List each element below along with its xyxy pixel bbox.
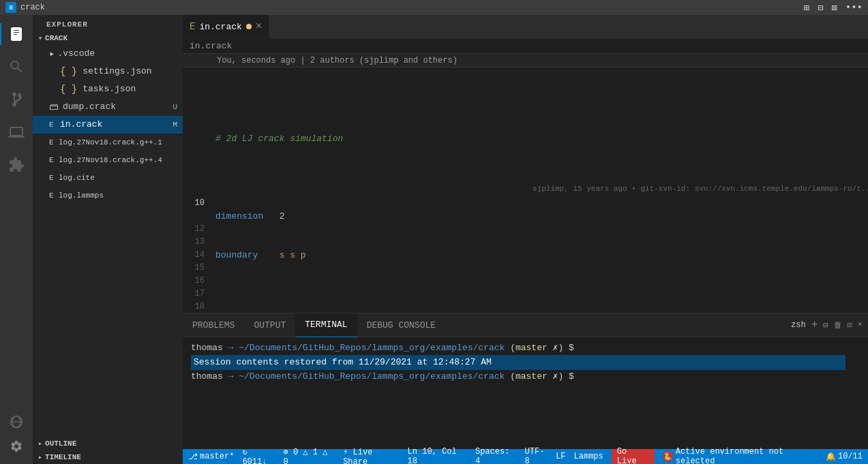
blame-tooltip: sjplimp, 15 years ago • git-svn-id: svn:… <box>527 183 868 194</box>
timeline-section-header[interactable]: ▸ TIMELINE <box>33 450 183 464</box>
activity-icon-explorer[interactable] <box>0 18 33 50</box>
explorer-item-vscode[interactable]: ▸ .vscode <box>33 45 183 63</box>
tab-debug-console[interactable]: DEBUG CONSOLE <box>357 313 445 337</box>
tab-terminal[interactable]: TERMINAL <box>295 313 357 337</box>
activity-icon-run[interactable] <box>0 116 33 149</box>
line-numbers: 10 12 13 14 15 16 17 18 19 20 21 22 23 2… <box>183 67 210 313</box>
terminal-tabs-bar: PROBLEMS OUTPUT TERMINAL DEBUG CONSOLE z… <box>183 313 868 337</box>
encoding-item[interactable]: UTF-8 <box>525 447 548 464</box>
explorer-item-in-crack[interactable]: E in.crack M <box>33 116 183 134</box>
explorer-section-header[interactable]: ▾ CRACK <box>33 31 183 45</box>
sidebar: Explorer ▾ CRACK ▸ .vscode { } settings.… <box>33 15 183 464</box>
terminal-split-icon[interactable]: ⊟ <box>823 320 828 330</box>
explorer-item-dump-crack[interactable]: 🗃 dump.crack U <box>33 98 183 116</box>
terminal-line-1: thomas → ~/Documents/GitHub_Repos/lammps… <box>191 341 860 355</box>
tab-in-crack[interactable]: E in.crack × <box>183 15 269 38</box>
go-live-item[interactable]: Go Live <box>612 449 655 464</box>
explorer-item-log4[interactable]: E log.27Nov18.crack.g++.4 <box>33 151 183 169</box>
terminal-line-2: thomas → ~/Documents/GitHub_Repos/lammps… <box>191 370 860 384</box>
notifications-item[interactable]: 🔔 10/11 <box>826 452 863 462</box>
line-ending-item[interactable]: LF <box>556 452 565 461</box>
terminal-line-restored: Session contents restored from 11/29/202… <box>191 355 860 370</box>
tab-problems[interactable]: PROBLEMS <box>183 313 244 337</box>
author-bar: You, seconds ago | 2 authors (sjplimp an… <box>183 54 868 67</box>
outline-section-header[interactable]: ▸ OUTLINE <box>33 437 183 450</box>
terminal-trash-icon[interactable]: 🗑 <box>834 320 842 330</box>
python-env-item[interactable]: 🐍 Active environment not selected <box>663 447 818 464</box>
remote-icon[interactable]: ⊞ <box>803 2 809 14</box>
explorer-item-settings-json[interactable]: { } settings.json <box>33 63 183 80</box>
live-share-item[interactable]: ⚡ Live Share <box>343 447 399 465</box>
language-mode-item[interactable]: Lammps <box>574 452 603 461</box>
explorer-item-log1[interactable]: E log.27Nov18.crack.g++.1 <box>33 134 183 151</box>
activity-bar <box>0 15 33 464</box>
tab-label: in.crack <box>199 22 241 32</box>
in-crack-badge: M <box>173 117 177 132</box>
terminal-close-icon[interactable]: × <box>858 320 863 330</box>
tab-modified-indicator <box>246 24 252 29</box>
titlebar: ≋ crack ⊞ ⊟ ⊠ ••• <box>0 0 868 15</box>
errors-item[interactable]: ⊗ 0 △ 1 △ 0 <box>284 447 335 465</box>
dump-crack-badge: U <box>173 99 177 114</box>
indentation-item[interactable]: Spaces: 4 <box>475 447 517 464</box>
author-text: You, seconds ago | 2 authors (sjplimp an… <box>217 56 458 65</box>
breadcrumb-path[interactable]: in.crack <box>190 41 232 51</box>
titlebar-title: crack <box>20 3 45 12</box>
layout-icon[interactable]: ⊟ <box>818 2 823 14</box>
python-icon: 🐍 <box>663 451 673 462</box>
git-icon: ⎇ <box>188 452 198 462</box>
git-branch-label: master* <box>200 452 234 461</box>
terminal-content[interactable]: thomas → ~/Documents/GitHub_Repos/lammps… <box>183 337 868 449</box>
more-icon[interactable]: ••• <box>845 2 863 14</box>
sync-item[interactable]: ↻ 6011↓ <box>242 447 275 465</box>
code-editor[interactable]: 10 12 13 14 15 16 17 18 19 20 21 22 23 2… <box>183 67 868 313</box>
activity-icon-settings[interactable] <box>0 434 33 459</box>
split-icon[interactable]: ⊠ <box>831 2 837 14</box>
tab-bar: E in.crack × <box>183 15 868 39</box>
terminal-shell-label: zsh <box>791 320 806 330</box>
explorer-item-log-lammps[interactable]: E log.lammps <box>33 187 183 204</box>
explorer-item-log-cite[interactable]: E log.cite <box>33 169 183 187</box>
terminal-add-icon[interactable]: + <box>811 319 818 331</box>
tab-close-icon[interactable]: × <box>256 20 263 33</box>
explorer-item-tasks-json[interactable]: { } tasks.json <box>33 80 183 98</box>
terminal-maximize-icon[interactable]: ⊡ <box>848 320 852 330</box>
app-icon: ≋ <box>5 2 16 13</box>
activity-icon-extensions[interactable] <box>0 149 33 181</box>
editor-area: E in.crack × in.crack You, seconds ago |… <box>183 15 868 464</box>
sidebar-header: Explorer <box>33 15 183 31</box>
breadcrumb: in.crack <box>183 39 868 54</box>
git-branch-item[interactable]: ⎇ master* <box>188 452 234 462</box>
terminal-panel: PROBLEMS OUTPUT TERMINAL DEBUG CONSOLE z… <box>183 313 868 449</box>
activity-icon-remote[interactable] <box>0 409 33 434</box>
activity-icon-source-control[interactable] <box>0 83 33 116</box>
tab-icon: E <box>190 21 195 32</box>
cursor-position-item[interactable]: Ln 10, Col 18 <box>408 447 467 464</box>
status-bar: ⎇ master* ↻ 6011↓ ⊗ 0 △ 1 △ 0 ⚡ Live Sha… <box>183 449 868 464</box>
activity-icon-search[interactable] <box>0 50 33 83</box>
tab-output[interactable]: OUTPUT <box>244 313 295 337</box>
